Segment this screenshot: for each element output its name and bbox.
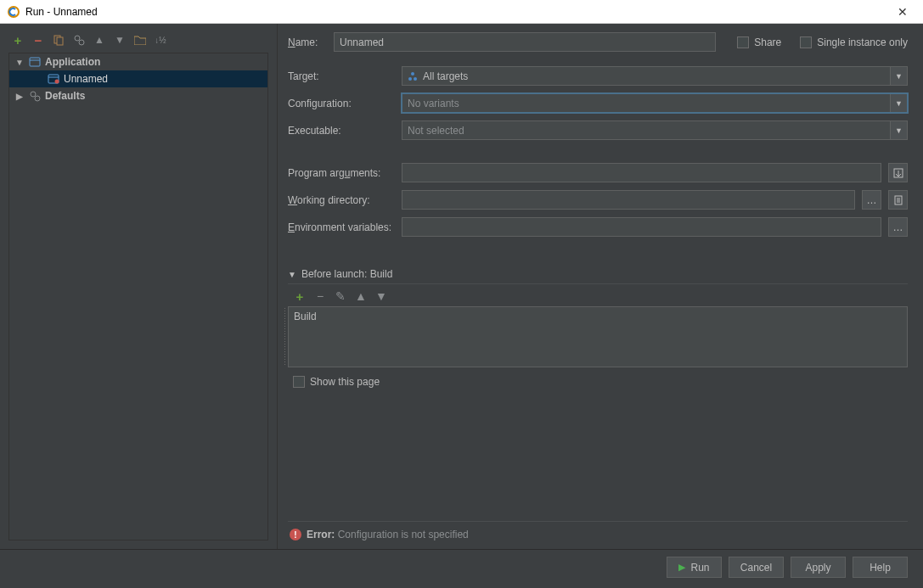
add-icon[interactable]: +: [10, 32, 25, 48]
tree-group-label: Defaults: [45, 90, 85, 102]
config-tree[interactable]: ▼ Application Unnamed ▶ Defaults: [8, 53, 268, 540]
cancel-button[interactable]: Cancel: [729, 557, 784, 578]
svg-point-10: [31, 92, 36, 97]
executable-value: Not selected: [408, 125, 464, 137]
before-launch-title: Before launch: Build: [301, 268, 392, 280]
chevron-down-icon: ▼: [890, 121, 907, 139]
target-dropdown[interactable]: All targets ▼: [402, 66, 908, 86]
move-up-icon[interactable]: ▲: [92, 32, 107, 48]
share-label: Share: [754, 36, 781, 48]
svg-point-13: [408, 77, 412, 81]
svg-point-14: [414, 77, 417, 81]
expand-arrow-icon: ▼: [14, 58, 25, 67]
show-page-checkbox[interactable]: Show this page: [293, 376, 380, 388]
remove-task-icon[interactable]: −: [313, 289, 327, 303]
insert-macro-button[interactable]: [888, 190, 908, 210]
tree-item-label: Unnamed: [64, 73, 108, 85]
checkbox-box-icon: [293, 376, 305, 388]
working-dir-input[interactable]: [402, 190, 855, 210]
svg-rect-2: [57, 37, 63, 45]
play-icon: ▶: [678, 562, 685, 573]
name-input[interactable]: [334, 32, 716, 52]
checkbox-box-icon: [737, 36, 749, 48]
titlebar: Run - Unnamed ✕: [0, 0, 923, 24]
before-launch-item[interactable]: Build: [294, 311, 902, 322]
run-button[interactable]: ▶ Run: [667, 557, 722, 578]
target-value: All targets: [423, 70, 468, 82]
application-group-icon: [28, 55, 42, 69]
program-args-input[interactable]: [402, 163, 881, 182]
window-close-button[interactable]: ✕: [889, 0, 916, 24]
add-task-icon[interactable]: +: [293, 289, 307, 303]
chevron-down-icon: ▼: [890, 67, 907, 85]
form-panel: Name: Share Single instance only Target:…: [278, 24, 923, 549]
move-down-icon[interactable]: ▼: [112, 32, 127, 48]
target-icon: [408, 71, 418, 81]
configuration-dropdown[interactable]: No variants ▼: [402, 93, 908, 113]
defaults-group-icon: [28, 89, 42, 103]
share-checkbox[interactable]: Share: [737, 36, 781, 48]
main-area: + − ▲ ▼ ↓½ ▼ Application: [0, 24, 923, 549]
remove-icon[interactable]: −: [31, 32, 46, 48]
tree-group-label: Application: [45, 56, 100, 68]
move-task-up-icon[interactable]: ▲: [354, 289, 368, 303]
expand-args-button[interactable]: [888, 163, 908, 182]
run-button-label: Run: [690, 562, 709, 574]
error-label: Error:: [307, 529, 335, 540]
cancel-label: Cancel: [740, 562, 772, 574]
apply-label: Apply: [805, 562, 830, 574]
name-label: Name:: [288, 36, 327, 48]
help-label: Help: [870, 562, 891, 574]
copy-icon[interactable]: [51, 32, 66, 48]
tree-group-defaults[interactable]: ▶ Defaults: [9, 87, 267, 104]
sidebar-toolbar: + − ▲ ▼ ↓½: [8, 29, 268, 53]
env-vars-input[interactable]: [402, 217, 881, 237]
error-message: Configuration is not specified: [338, 529, 469, 540]
status-bar: ! Error: Configuration is not specified: [288, 521, 908, 549]
before-launch-list[interactable]: Build: [288, 306, 908, 367]
window-title: Run - Unnamed: [25, 6, 889, 18]
tree-item-unnamed[interactable]: Unnamed: [9, 70, 267, 87]
before-launch-header[interactable]: ▼ Before launch: Build: [288, 268, 908, 284]
svg-point-9: [55, 80, 59, 84]
sidebar: + − ▲ ▼ ↓½ ▼ Application: [0, 24, 278, 549]
dialog-footer: ▶ Run Cancel Apply Help: [0, 549, 923, 588]
tree-group-application[interactable]: ▼ Application: [9, 53, 267, 70]
error-icon: !: [290, 529, 301, 540]
executable-label: Executable:: [288, 125, 395, 137]
svg-point-12: [411, 72, 414, 76]
configuration-label: Configuration:: [288, 98, 395, 109]
run-config-icon: [47, 72, 60, 86]
checkbox-box-icon: [800, 36, 812, 48]
app-icon: [7, 5, 20, 19]
target-label: Target:: [288, 70, 395, 82]
configuration-value: No variants: [408, 98, 459, 109]
show-page-label: Show this page: [310, 376, 380, 388]
svg-point-3: [75, 36, 80, 41]
help-button[interactable]: Help: [853, 557, 908, 578]
program-args-label: Program arguments:: [288, 167, 395, 179]
svg-point-11: [35, 96, 40, 101]
svg-rect-5: [30, 58, 40, 66]
svg-point-4: [79, 40, 84, 45]
collapse-arrow-icon: ▶: [14, 92, 25, 101]
browse-dir-button[interactable]: …: [862, 190, 881, 210]
settings-icon[interactable]: [71, 32, 87, 48]
move-task-down-icon[interactable]: ▼: [374, 289, 388, 303]
single-instance-label: Single instance only: [817, 36, 908, 48]
env-vars-label: Environment variables:: [288, 221, 395, 233]
folder-icon[interactable]: [132, 32, 148, 48]
working-dir-label: Working directory:: [288, 194, 395, 206]
single-instance-checkbox[interactable]: Single instance only: [800, 36, 908, 48]
sort-icon[interactable]: ↓½: [153, 32, 168, 48]
before-launch-toolbar: + − ✎ ▲ ▼: [288, 284, 908, 306]
edit-env-button[interactable]: …: [888, 217, 908, 237]
apply-button[interactable]: Apply: [791, 557, 846, 578]
executable-dropdown[interactable]: Not selected ▼: [402, 120, 908, 140]
chevron-down-icon: ▼: [890, 94, 907, 112]
edit-task-icon[interactable]: ✎: [334, 289, 347, 303]
section-arrow-icon: ▼: [288, 270, 296, 279]
